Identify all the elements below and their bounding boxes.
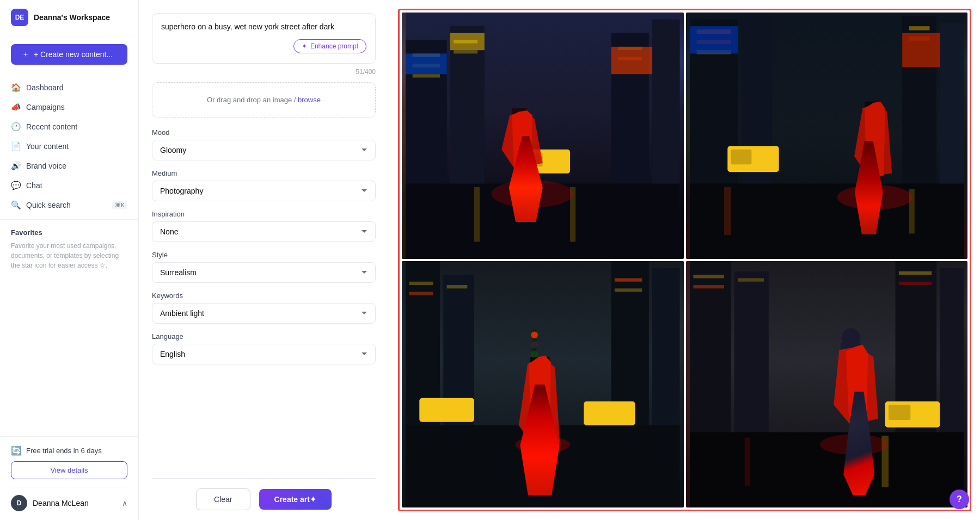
create-new-content-button[interactable]: ＋ + Create new content...	[11, 44, 127, 65]
search-icon: 🔍	[11, 200, 21, 210]
trial-row: 🔄 Free trial ends in 6 days	[11, 445, 127, 456]
sidebar-item-dashboard[interactable]: 🏠 Dashboard	[0, 78, 138, 97]
svg-point-86	[820, 434, 889, 455]
keywords-field: Keywords Ambient light	[152, 292, 376, 324]
your-content-icon: 📄	[11, 141, 21, 151]
svg-point-56	[531, 332, 538, 339]
sidebar-item-brand-voice[interactable]: 🔊 Brand voice	[0, 156, 138, 176]
view-details-button[interactable]: View details	[11, 461, 127, 479]
svg-rect-77	[693, 285, 724, 288]
style-select[interactable]: Surrealism	[152, 262, 376, 283]
gallery-image-1[interactable]	[402, 13, 684, 259]
svg-rect-11	[652, 20, 679, 211]
chat-icon: 💬	[11, 181, 21, 190]
svg-rect-7	[454, 50, 477, 53]
svg-rect-14	[450, 33, 485, 50]
medium-select[interactable]: Photography	[152, 181, 376, 201]
svg-rect-50	[409, 282, 433, 285]
dashboard-icon: 🏠	[11, 83, 21, 92]
svg-rect-35	[690, 26, 738, 53]
prompt-text: superhero on a busy, wet new york street…	[161, 21, 366, 33]
create-art-button[interactable]: Create art✦	[259, 489, 332, 510]
language-select[interactable]: English	[152, 344, 376, 364]
inspiration-field: Inspiration None	[152, 210, 376, 242]
workspace-avatar: DE	[11, 9, 28, 26]
sidebar-header: DE Deanna's Workspace	[0, 0, 138, 35]
svg-rect-78	[738, 278, 764, 281]
gallery-image-4[interactable]	[686, 261, 968, 507]
sidebar-item-label: Dashboard	[26, 83, 64, 92]
gallery-image-3[interactable]	[402, 261, 684, 507]
sidebar-item-label: Recent content	[26, 122, 77, 131]
trial-message: Free trial ends in 6 days	[26, 447, 102, 455]
trial-icon: 🔄	[11, 445, 22, 456]
gallery-image-2[interactable]	[686, 13, 968, 259]
workspace-name: Deanna's Workspace	[34, 13, 110, 22]
svg-rect-53	[615, 278, 642, 281]
sidebar-item-campaigns[interactable]: 📣 Campaigns	[0, 97, 138, 117]
svg-rect-18	[522, 150, 570, 174]
browse-link[interactable]: browse	[298, 96, 321, 104]
mood-label: Mood	[152, 128, 376, 137]
medium-label: Medium	[152, 169, 376, 177]
user-avatar: D	[11, 495, 27, 511]
enhance-prompt-button[interactable]: ✦ Enhance prompt	[293, 39, 366, 53]
sidebar-footer: 🔄 Free trial ends in 6 days View details…	[0, 436, 138, 520]
svg-rect-16	[474, 187, 480, 242]
form-panel: superhero on a busy, wet new york street…	[139, 0, 389, 520]
svg-rect-5	[450, 26, 485, 211]
svg-rect-79	[898, 271, 931, 275]
sidebar-item-label: Campaigns	[26, 103, 65, 112]
svg-marker-91	[846, 345, 867, 424]
char-count: 51/400	[152, 68, 376, 76]
sidebar: DE Deanna's Workspace ＋ + Create new con…	[0, 0, 139, 520]
favorites-title: Favorites	[11, 228, 127, 237]
brand-voice-icon: 🔊	[11, 161, 21, 171]
medium-field: Medium Photography	[152, 169, 376, 201]
svg-point-92	[841, 328, 860, 347]
svg-rect-52	[447, 285, 468, 288]
svg-rect-76	[693, 275, 724, 278]
sidebar-item-your-content[interactable]: 📄 Your content	[0, 137, 138, 156]
gallery-grid	[398, 9, 971, 511]
svg-rect-38	[731, 150, 751, 165]
keyboard-shortcut: ⌘K	[112, 201, 127, 209]
upload-box[interactable]: Or drag and drop an image / browse	[152, 82, 376, 117]
svg-rect-36	[690, 184, 964, 259]
mood-select[interactable]: Gloomy	[152, 140, 376, 160]
svg-marker-44	[864, 102, 885, 178]
chevron-up-icon: ∧	[122, 499, 127, 507]
svg-rect-33	[940, 23, 964, 211]
svg-point-58	[531, 351, 538, 358]
favorites-description: Favorite your most used campaigns, docum…	[11, 241, 127, 270]
recent-icon: 🕐	[11, 122, 21, 132]
user-row[interactable]: D Deanna McLean ∧	[11, 487, 127, 511]
help-button[interactable]: ?	[950, 490, 969, 509]
sidebar-item-quick-search[interactable]: 🔍 Quick search ⌘K	[0, 195, 138, 215]
prompt-box: superhero on a busy, wet new york street…	[152, 13, 376, 64]
svg-point-67	[515, 436, 570, 453]
sidebar-item-label: Quick search	[26, 201, 71, 209]
clear-button[interactable]: Clear	[196, 488, 250, 510]
language-field: Language English	[152, 332, 376, 364]
svg-marker-23	[512, 110, 532, 174]
svg-point-20	[491, 180, 573, 207]
style-field: Style Surrealism	[152, 251, 376, 283]
inspiration-label: Inspiration	[152, 210, 376, 218]
upload-text: Or drag and drop an image /	[207, 96, 298, 104]
keywords-select[interactable]: Ambient light	[152, 303, 376, 324]
main-content: superhero on a busy, wet new york street…	[139, 0, 980, 520]
sidebar-item-recent[interactable]: 🕐 Recent content	[0, 117, 138, 137]
svg-rect-64	[406, 425, 679, 507]
sidebar-item-chat[interactable]: 💬 Chat	[0, 176, 138, 195]
content-wrapper: superhero on a busy, wet new york street…	[139, 0, 980, 520]
svg-rect-12	[611, 47, 653, 74]
svg-rect-29	[741, 13, 772, 211]
gallery-panel: ?	[389, 0, 980, 520]
campaigns-icon: 📣	[11, 102, 21, 112]
inspiration-select[interactable]: None	[152, 221, 376, 242]
language-label: Language	[152, 332, 376, 341]
svg-rect-80	[898, 282, 931, 285]
svg-point-41	[837, 185, 912, 209]
svg-rect-31	[909, 26, 929, 30]
